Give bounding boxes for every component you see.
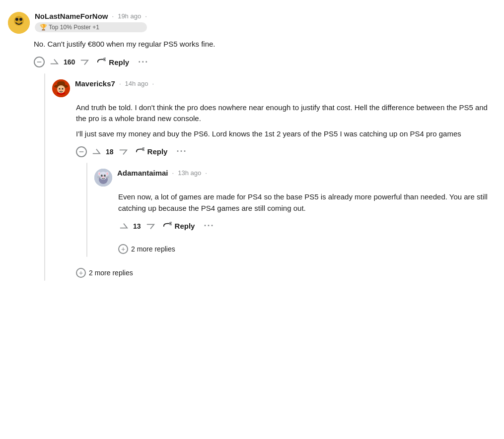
vote-count-mavericks: 18 [106,148,114,156]
downvote-button-adamantaimai[interactable] [145,220,156,233]
more-options-button-top[interactable]: ··· [136,55,150,69]
svg-point-26 [102,177,104,178]
downvote-button-mavericks[interactable] [118,145,129,158]
svg-point-25 [105,175,105,176]
reply-button-mavericks[interactable]: Reply [133,145,171,158]
timestamp-top: 19h ago [118,12,141,20]
svg-rect-13 [79,151,84,152]
reply-button-top[interactable]: Reply [94,56,132,68]
downvote-button-top[interactable] [79,56,90,68]
comment-actions-adamantaimai: 13 Reply [118,219,496,233]
badge-top: 🏆 Top 10% Poster +1 [35,22,147,32]
more-replies-label-l2: 2 more replies [89,269,133,277]
svg-point-12 [61,90,62,91]
more-options-button-mavericks[interactable]: ··· [174,144,189,159]
comment-thread: NoLastNameForNow · 19h ago · 🏆 Top 10% P… [8,8,496,285]
comment-top: NoLastNameForNow · 19h ago · 🏆 Top 10% P… [8,12,496,281]
comment-body-top: No. Can't justify €800 when my regular P… [34,39,496,50]
svg-point-22 [101,175,103,177]
upvote-button-adamantaimai[interactable] [118,220,129,233]
svg-point-20 [99,173,100,175]
comment-actions-top: 160 Reply ··· [34,55,496,69]
more-replies-button-l2[interactable]: + 2 more replies [76,265,133,281]
more-replies-l3-container: + 2 more replies [118,239,496,257]
collapse-button-top[interactable] [34,57,45,67]
avatar-adamantaimai [94,169,112,187]
comment-adamantaimai: Adamantaimai · 13h ago · Even now, a lot… [94,169,496,257]
more-replies-label-l3: 2 more replies [131,245,175,253]
more-replies-circle-l3: + [118,244,128,254]
comment-adamantaimai-header: Adamantaimai · 13h ago · [94,169,496,187]
avatar-mavericks [52,79,70,97]
svg-point-24 [102,175,102,176]
svg-point-21 [107,173,108,175]
svg-rect-4 [37,62,42,63]
nested-comment-l1: Mavericks7 · 14h ago · And truth be told… [52,73,496,281]
thread-line-l2 [86,163,87,257]
timestamp-adamantaimai: 13h ago [178,169,201,177]
nested-comment-l2: Adamantaimai · 13h ago · Even now, a lot… [94,163,496,257]
username-mavericks: Mavericks7 [75,79,115,88]
upvote-button-top[interactable] [49,56,60,68]
comment-body-adamantaimai: Even now, a lot of games are made for PS… [118,191,496,214]
vote-count-top: 160 [64,58,75,66]
comment-mavericks-header: Mavericks7 · 14h ago · [52,79,496,97]
vote-count-adamantaimai: 13 [133,222,141,230]
more-replies-button-l3[interactable]: + 2 more replies [118,241,175,257]
comment-mavericks: Mavericks7 · 14h ago · And truth be told… [52,79,496,281]
username-adamantaimai: Adamantaimai [117,169,168,177]
thread-line-l1 [44,73,45,281]
upvote-button-mavericks[interactable] [91,145,102,158]
collapse-button-mavericks[interactable] [76,146,87,157]
more-replies-circle-l2: + [76,268,86,278]
thread-container-l2: Adamantaimai · 13h ago · Even now, a lot… [76,163,496,257]
svg-point-3 [19,18,22,21]
username-top: NoLastNameForNow [35,12,108,20]
more-replies-l2-container: + 2 more replies [76,263,496,281]
avatar [8,12,30,34]
svg-point-11 [62,88,64,89]
svg-point-23 [104,175,106,177]
more-options-button-adamantaimai[interactable]: ··· [202,219,216,233]
comment-actions-mavericks: 18 Reply ··· [76,144,496,159]
svg-point-10 [59,88,61,89]
comment-top-header: NoLastNameForNow · 19h ago · 🏆 Top 10% P… [8,12,496,34]
reply-button-adamantaimai[interactable]: Reply [160,220,198,233]
svg-point-2 [15,18,18,21]
comment-body-mavericks: And truth be told. I don't think the pro… [76,102,496,140]
timestamp-mavericks: 14h ago [125,80,148,87]
thread-container-l1: Mavericks7 · 14h ago · And truth be told… [34,73,496,281]
